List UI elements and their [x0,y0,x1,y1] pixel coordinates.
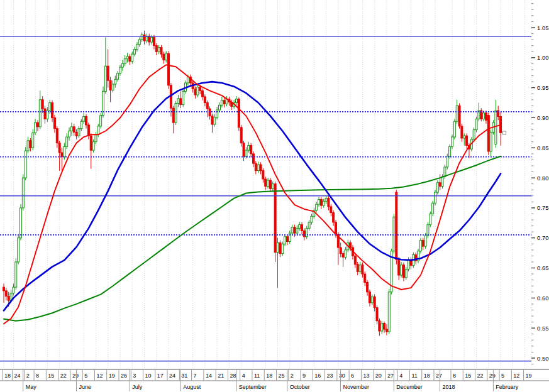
y-axis-label: 0.70 [537,234,549,241]
candle-down [163,54,165,60]
candle-up [483,113,485,119]
candle-down [204,97,206,103]
date-tick-label: 22 [60,373,67,379]
candle-down [354,256,356,264]
candle-up [245,150,247,156]
date-tick-label: 29 [72,373,79,379]
candle-down [36,122,38,127]
candle-up [408,259,409,269]
candle-down [42,100,43,109]
candle-up [393,217,395,251]
candle-up [282,244,284,253]
candle-up [248,145,250,150]
date-tick-label: 17 [157,373,164,379]
candle-down [458,106,460,126]
candle-down [350,242,352,248]
date-tick-label: 28 [230,373,236,379]
candle-up [296,228,298,233]
candle-up [405,269,407,277]
date-tick-label: 10 [145,373,152,379]
candle-down [286,237,288,242]
candle-down [279,242,281,253]
candle-down [320,200,322,206]
date-tick-label: 25 [279,373,285,379]
candle-up [39,100,41,127]
candle-up [80,121,82,128]
candle-down [294,227,296,234]
date-tick-label: 14 [206,373,212,379]
candle-down [109,80,111,90]
candle-down [342,254,344,258]
date-tick-label: 11 [411,373,417,379]
candle-up [325,199,327,202]
candle-up [235,99,237,103]
candle-up [35,122,36,133]
y-axis-label: 0.55 [537,325,549,332]
candle-up [267,180,269,187]
candle-up [444,167,446,177]
candle-up [216,110,218,117]
candle-up [83,117,85,122]
y-axis-label: 1.00 [537,54,549,61]
candle-up [112,84,114,90]
candle-up [117,74,119,80]
candle-up [311,216,313,222]
candle-down [58,143,60,153]
date-tick-label: 29 [489,373,496,379]
candle-down [153,37,155,45]
y-axis-label: 0.85 [537,144,549,151]
candle-up [306,228,308,236]
candle-down [3,287,5,291]
date-tick-label: 24 [14,373,20,379]
candle-up [124,59,126,64]
candle-down [396,192,397,259]
metastock-chart-window: EUROB (0.87000, 0.89500, 0.85400, 0.8750… [0,0,549,392]
candle-up [19,208,21,238]
chart-canvas[interactable]: 1.051.000.950.900.850.800.750.700.650.60… [0,0,549,392]
candle-down [240,128,242,143]
candle-up [495,111,497,144]
candle-down [90,136,92,150]
candle-up [219,105,221,110]
date-tick-label: 2 [26,373,30,379]
candle-up [92,142,94,150]
candle-down [340,248,341,254]
month-label: July [132,384,143,390]
candle-up [272,184,274,189]
date-tick-label: 2 [291,373,294,379]
candle-down [357,264,358,271]
x-axis: 1824281522295121926310172431714212841118… [0,369,549,392]
date-tick-label: 18 [424,373,430,379]
candle-up [388,292,390,332]
candle-up [114,79,116,84]
candle-up [13,287,14,293]
candle-up [345,250,347,257]
candle-down [61,153,63,157]
candle-down [75,132,77,136]
candle-up [70,127,72,131]
y-axis-label: 0.80 [537,175,549,182]
date-tick-label: 20 [375,373,382,379]
candle-up [427,225,429,236]
candle-up [141,35,143,40]
candle-down [87,125,89,136]
candle-up [318,200,320,205]
month-label: December [396,384,423,390]
candle-down [160,48,162,55]
candle-down [243,143,245,156]
candle-up [100,116,102,126]
month-label: October [290,384,310,390]
date-tick-label: 13 [363,373,369,379]
y-axis-label: 0.95 [537,84,549,91]
candle-down [8,296,9,300]
candle-up [197,87,199,95]
candle-down [362,265,363,274]
candle-down [265,179,267,186]
candle-down [385,329,387,332]
month-label: 2018 [443,384,455,390]
date-tick-label: 5 [84,373,87,379]
date-tick-label: 12 [96,373,103,379]
candle-down [374,297,375,307]
date-tick-label: 27 [387,373,394,379]
candle-down [364,274,366,282]
